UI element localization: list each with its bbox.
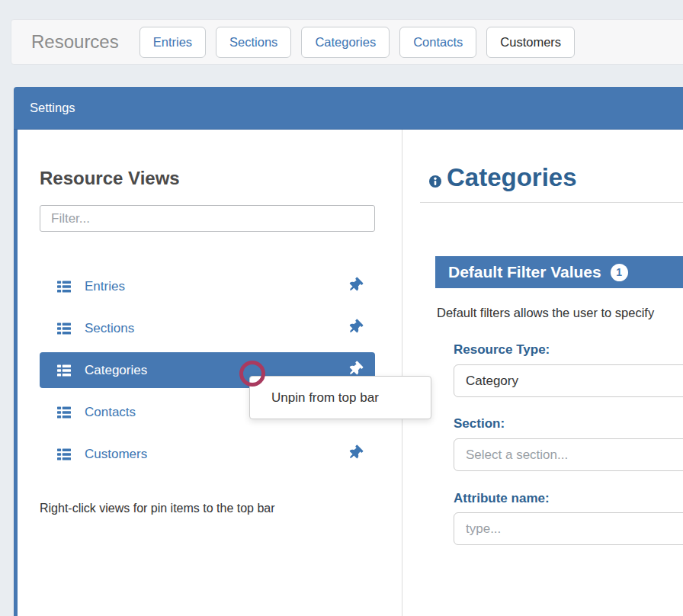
title-divider <box>420 202 683 203</box>
section-header-default-filter-values: Default Filter Values 1 <box>435 256 683 288</box>
view-item-label: Entries <box>85 279 125 294</box>
content-title: Categories <box>447 163 577 192</box>
section-header-title: Default Filter Values <box>448 263 601 281</box>
right-click-annotation-ring <box>239 361 265 387</box>
topbar-button-sections[interactable]: Sections <box>216 27 291 58</box>
context-menu-item-unpin[interactable]: Unpin from top bar <box>250 390 431 406</box>
info-circle-icon[interactable] <box>429 175 441 188</box>
panel-header-title: Settings <box>30 101 75 115</box>
topbar-button-contacts[interactable]: Contacts <box>399 27 476 58</box>
sidebar-hint: Right-click views for pin items to the t… <box>40 502 275 515</box>
th-list-icon <box>56 406 72 419</box>
th-list-icon <box>56 322 72 335</box>
th-list-icon <box>56 364 72 377</box>
view-item-label: Categories <box>85 363 147 378</box>
view-item-label: Sections <box>85 321 134 336</box>
view-item-entries[interactable]: Entries <box>40 268 375 304</box>
view-item-label: Customers <box>85 447 147 462</box>
panel-body: Resource Views Entries <box>14 130 683 616</box>
top-bar-buttons: Entries Sections Categories Contacts Cus… <box>139 27 575 58</box>
page: Resources Entries Sections Categories Co… <box>0 0 683 616</box>
th-list-icon <box>56 448 72 461</box>
settings-panel: Settings Resource Views <box>14 87 683 616</box>
resource-view-list: Entries Sections <box>40 268 375 478</box>
panel-header: Settings <box>14 87 683 130</box>
view-item-label: Contacts <box>85 405 136 420</box>
section-count-badge: 1 <box>611 264 628 281</box>
section-label: Section: <box>454 416 505 432</box>
filter-input[interactable] <box>40 205 375 232</box>
top-bar: Resources Entries Sections Categories Co… <box>11 19 683 65</box>
th-list-icon <box>56 280 72 294</box>
resource-type-label: Resource Type: <box>454 342 550 358</box>
sidebar-title: Resource Views <box>40 168 180 189</box>
view-item-customers[interactable]: Customers <box>40 436 375 472</box>
topbar-button-entries[interactable]: Entries <box>139 27 206 58</box>
view-item-sections[interactable]: Sections <box>40 310 375 346</box>
attribute-name-label: Attribute name: <box>454 491 550 506</box>
section-description: Default filters allows the user to speci… <box>437 306 654 320</box>
content-pane: Categories Default Filter Values 1 Defau… <box>402 130 683 616</box>
topbar-button-categories[interactable]: Categories <box>301 27 390 58</box>
pushpin-icon[interactable] <box>348 278 360 295</box>
resource-views-sidebar: Resource Views Entries <box>18 130 402 616</box>
top-bar-title: Resources <box>31 31 119 53</box>
context-menu: Unpin from top bar <box>249 376 431 419</box>
attribute-name-input[interactable] <box>454 512 683 545</box>
resource-type-input[interactable] <box>454 364 683 397</box>
pushpin-icon[interactable] <box>348 319 360 337</box>
pushpin-icon[interactable] <box>348 445 360 463</box>
topbar-button-customers[interactable]: Customers <box>486 27 575 58</box>
section-select-input[interactable] <box>454 438 683 471</box>
